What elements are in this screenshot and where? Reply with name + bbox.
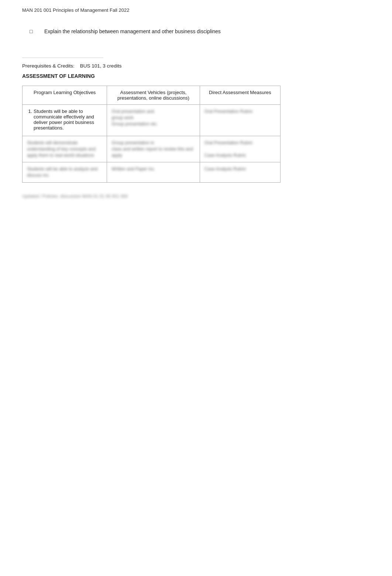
row3-col3-text: Case Analysis Rubric	[204, 166, 276, 172]
page-header: MAN 201 001 Principles of Management Fal…	[22, 7, 370, 13]
bullet-symbol: □	[30, 28, 37, 34]
prerequisites-label: Prerequisites & Credits:	[22, 63, 75, 69]
row2-col2-text: Group presentation in class and written …	[111, 140, 195, 158]
row3-col1: Students will be able to analyze and dis…	[23, 162, 107, 183]
row3-col1-text: Students will be able to analyze and dis…	[27, 166, 102, 179]
row2-col1-text: Students will demonstrate understanding …	[27, 140, 102, 158]
col-header-objectives: Program Learning Objectives	[23, 86, 107, 105]
section-heading: ASSESSMENT OF LEARNING	[22, 73, 370, 79]
row1-col3-text: Oral Presentation Rubric	[204, 108, 276, 115]
row2-col2: Group presentation in class and written …	[107, 136, 200, 162]
row3-col2-text: Written and Paper inc.	[111, 166, 195, 172]
row2-col1: Students will demonstrate understanding …	[23, 136, 107, 162]
col-header-measures: Direct Assessment Measures	[200, 86, 280, 105]
row3-col3: Case Analysis Rubric	[200, 162, 280, 183]
row2-col3: Oral Presentation Rubric Case Analysis R…	[200, 136, 280, 162]
table-header-row: Program Learning Objectives Assessment V…	[23, 86, 281, 105]
divider	[22, 58, 103, 58]
bullet-text: Explain the relationship between managem…	[44, 28, 221, 35]
col-header-vehicles: Assessment Vehicles (projects, presentat…	[107, 86, 200, 105]
table-row: Students will be able to communicate eff…	[23, 105, 281, 136]
row1-col2: Oral presentation and group work Group p…	[107, 105, 200, 136]
bullet-item: □ Explain the relationship between manag…	[30, 28, 370, 35]
row1-col2-text: Oral presentation and group work Group p…	[111, 108, 195, 127]
row1-col3: Oral Presentation Rubric	[200, 105, 280, 136]
prerequisites-line: Prerequisites & Credits: BUS 101, 3 cred…	[22, 63, 370, 69]
table-row: Students will be able to analyze and dis…	[23, 162, 281, 183]
row2-col3-text: Oral Presentation Rubric Case Analysis R…	[204, 140, 276, 158]
assessment-table: Program Learning Objectives Assessment V…	[22, 86, 281, 183]
footnote: Updated / Policies: discussion MAN 01 01…	[22, 194, 370, 199]
row1-col1: Students will be able to communicate eff…	[23, 105, 107, 136]
row1-objective-text: Students will be able to communicate eff…	[34, 108, 102, 131]
table-row: Students will demonstrate understanding …	[23, 136, 281, 162]
prerequisites-value: BUS 101, 3 credits	[80, 63, 122, 69]
row3-col2: Written and Paper inc.	[107, 162, 200, 183]
